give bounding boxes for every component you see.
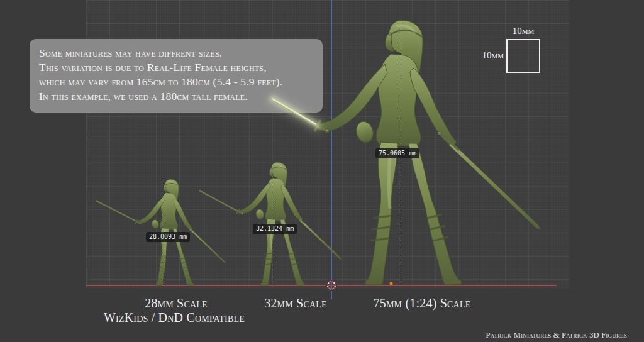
scale-caption-75mm: 75mm (1:24) Scale (359, 296, 485, 311)
viewport-3d[interactable]: Some miniatures may have diffrent sizes.… (0, 0, 644, 342)
info-line-4: In this example, we used a 180cm tall fe… (39, 89, 323, 104)
scale-caption-28mm: 28mm Scale (126, 296, 226, 311)
info-box: Some miniatures may have diffrent sizes.… (30, 39, 323, 113)
measurement-label-28mm: 28.0093 mm (146, 232, 190, 242)
reference-square-10mm (506, 39, 540, 73)
z-axis-line (331, 0, 332, 299)
credit-text: Patrick Miniatures & Patrick 3D Figures (486, 331, 627, 340)
info-line-3: which may vary from 165cm to 180cm (5.4 … (39, 75, 323, 89)
measurement-label-75mm: 75.0605 mm (375, 148, 419, 158)
reference-square-top-label: 10mm (506, 26, 540, 36)
measurement-label-32mm: 32.1324 mm (253, 224, 297, 234)
info-line-1: Some miniatures may have diffrent sizes. (39, 46, 323, 60)
scale-caption-32mm: 32mm Scale (245, 296, 346, 311)
scale-caption-28mm-sub: WizKids / DnD Compatible (92, 311, 256, 325)
x-axis-line (86, 285, 557, 286)
info-line-2: This variation is due to Real-Life Femal… (39, 60, 323, 75)
reference-square-side-label: 10mm (460, 50, 504, 61)
